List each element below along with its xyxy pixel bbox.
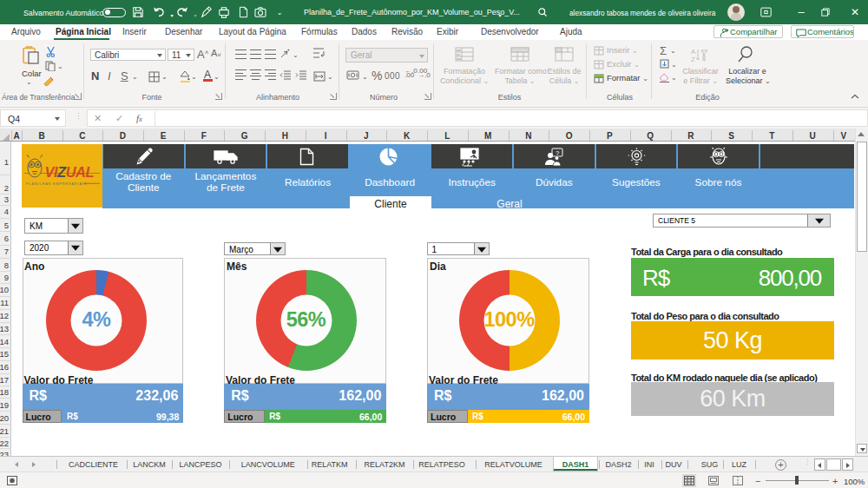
svg-text:VIZUAL: VIZUAL xyxy=(45,164,95,180)
svg-text:Z: Z xyxy=(691,56,695,63)
svg-text:A: A xyxy=(691,48,696,56)
svg-text:PLANILHAS EMPRESARIAIS: PLANILHAS EMPRESARIAIS xyxy=(26,182,87,186)
svg-text:?: ? xyxy=(556,149,560,157)
